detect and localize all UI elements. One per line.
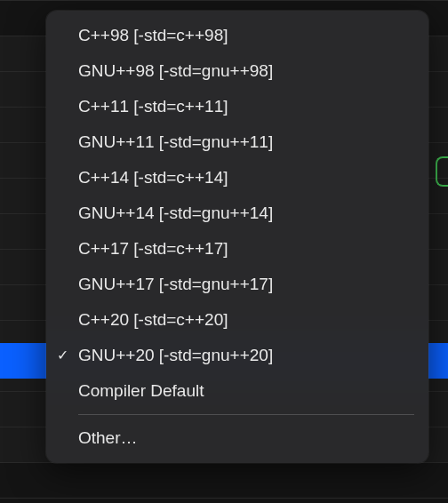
- menu-item-other[interactable]: Other…: [46, 420, 428, 456]
- menu-item-gnu17[interactable]: GNU++17 [-std=gnu++17]: [46, 267, 428, 302]
- menu-item-label: GNU++98 [-std=gnu++98]: [78, 59, 414, 84]
- menu-item-label: Compiler Default: [78, 379, 414, 403]
- green-outline-fragment: [436, 156, 448, 187]
- menu-item-label: GNU++14 [-std=gnu++14]: [78, 201, 414, 226]
- menu-item-label: C++14 [-std=c++14]: [78, 165, 414, 190]
- menu-item-gnu11[interactable]: GNU++11 [-std=gnu++11]: [46, 124, 428, 160]
- menu-separator: [78, 414, 414, 415]
- menu-item-compiler-default[interactable]: Compiler Default: [46, 373, 428, 409]
- menu-item-gnu14[interactable]: GNU++14 [-std=gnu++14]: [46, 196, 428, 231]
- menu-item-label: GNU++17 [-std=gnu++17]: [78, 272, 414, 297]
- menu-item-label: C++11 [-std=c++11]: [78, 94, 414, 119]
- menu-item-gnu98[interactable]: GNU++98 [-std=gnu++98]: [46, 53, 428, 89]
- menu-item-label: GNU++20 [-std=gnu++20]: [78, 343, 414, 368]
- menu-item-cpp17[interactable]: C++17 [-std=c++17]: [46, 231, 428, 267]
- menu-item-cpp98[interactable]: C++98 [-std=c++98]: [46, 18, 428, 53]
- menu-item-cpp20[interactable]: C++20 [-std=c++20]: [46, 302, 428, 338]
- menu-item-label: GNU++11 [-std=gnu++11]: [78, 130, 414, 155]
- menu-item-label: C++17 [-std=c++17]: [78, 236, 414, 261]
- check-icon: ✓: [57, 343, 78, 368]
- dropdown-menu: C++98 [-std=c++98] GNU++98 [-std=gnu++98…: [46, 11, 428, 463]
- menu-item-label: C++20 [-std=c++20]: [78, 307, 414, 332]
- menu-item-cpp14[interactable]: C++14 [-std=c++14]: [46, 160, 428, 196]
- menu-item-cpp11[interactable]: C++11 [-std=c++11]: [46, 89, 428, 124]
- menu-item-label: C++98 [-std=c++98]: [78, 23, 414, 48]
- menu-item-label: Other…: [78, 426, 414, 451]
- menu-item-gnu20[interactable]: ✓ GNU++20 [-std=gnu++20]: [46, 338, 428, 373]
